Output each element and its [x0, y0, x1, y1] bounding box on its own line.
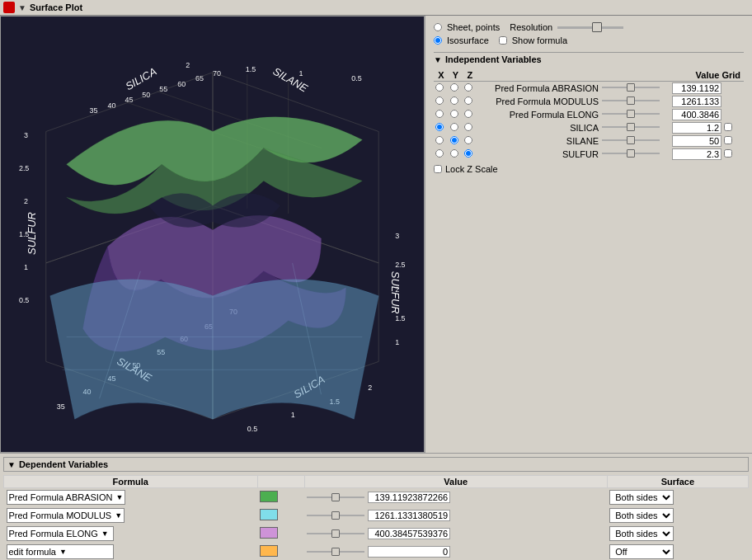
iv-checkbox-4[interactable]: [724, 136, 732, 144]
dv-formula-arrow-0: ▼: [115, 493, 123, 501]
svg-text:35: 35: [90, 106, 98, 115]
resolution-slider[interactable]: [557, 26, 623, 29]
dv-surface-select-1[interactable]: Both sidesFront sideBack sideOff: [609, 508, 674, 523]
svg-text:45: 45: [125, 96, 133, 104]
iv-arrow-icon: ▼: [434, 55, 442, 64]
dv-slider-0[interactable]: [307, 492, 364, 502]
iv-y-radio-4[interactable]: [450, 136, 458, 144]
view-controls: Sheet, points Resolution: [434, 22, 744, 32]
iv-y-radio-2[interactable]: [450, 110, 458, 118]
show-formula-checkbox[interactable]: [499, 36, 507, 45]
iv-z-radio-2[interactable]: [464, 110, 472, 118]
dv-surface-select-2[interactable]: Both sidesFront sideBack sideOff: [609, 526, 674, 541]
iv-z-radio-1[interactable]: [464, 96, 472, 105]
dv-surface-select-3[interactable]: Both sidesFront sideBack sideOff: [609, 544, 674, 559]
dv-surface-cell-0: Both sidesFront sideBack sideOff: [607, 488, 748, 507]
iv-label-4: SILANE: [477, 134, 600, 148]
svg-text:70: 70: [213, 69, 221, 78]
dv-row: Pred Formula ELONG ▼ 400.38457539376 Bot…: [4, 525, 749, 543]
dv-color-swatch-3: [260, 545, 278, 557]
dv-formula-label-2: Pred Formula ELONG: [9, 529, 98, 539]
dv-value-2: 400.38457539376: [368, 528, 450, 539]
iv-z-radio-5[interactable]: [464, 149, 472, 158]
svg-text:35: 35: [57, 402, 65, 411]
iv-checkbox-5[interactable]: [724, 149, 732, 158]
iv-row: Pred Formula MODULUS 1261.133: [434, 95, 744, 108]
iv-z-radio-4[interactable]: [464, 136, 472, 144]
dv-slider-2[interactable]: [307, 529, 364, 539]
iv-slider-1[interactable]: [602, 96, 660, 106]
svg-text:1: 1: [299, 69, 303, 78]
iv-y-radio-0[interactable]: [450, 83, 458, 92]
iv-z-cell-2: [463, 108, 477, 121]
iv-z-cell-0: [463, 82, 477, 96]
dv-row: edit formula ▼ 0 Both sidesFront sideBac…: [4, 543, 749, 560]
title-icon: [3, 2, 15, 13]
iv-z-radio-0[interactable]: [464, 83, 472, 92]
dv-formula-arrow-2: ▼: [101, 529, 109, 538]
iv-y-cell-0: [449, 82, 463, 96]
svg-text:2.5: 2.5: [395, 261, 405, 269]
iv-x-radio-1[interactable]: [435, 96, 444, 105]
dv-value-0: 139.11923872266: [368, 492, 450, 503]
iv-slider-2[interactable]: [602, 109, 660, 119]
dv-formula-dropdown-1[interactable]: Pred Formula MODULUS ▼: [7, 508, 125, 523]
iv-row: SILICA 1.2: [434, 121, 744, 134]
iv-x-radio-4[interactable]: [435, 136, 444, 144]
iv-title: Independent Variables: [445, 54, 542, 64]
dv-formula-label-3: edit formula: [9, 547, 56, 557]
iv-slider-0[interactable]: [602, 82, 660, 92]
iv-x-radio-5[interactable]: [435, 149, 444, 158]
isosurface-radio[interactable]: [434, 36, 442, 45]
iv-y-cell-4: [449, 134, 463, 148]
lock-z-checkbox[interactable]: [434, 165, 442, 173]
dv-col-surface: Surface: [607, 476, 748, 488]
dv-surface-cell-2: Both sidesFront sideBack sideOff: [607, 525, 748, 543]
col-z: Z: [463, 69, 477, 82]
iv-y-radio-1[interactable]: [450, 96, 458, 105]
iv-label-0: Pred Formula ABRASION: [477, 82, 600, 96]
lock-z-label: Lock Z Scale: [445, 164, 498, 174]
iv-z-cell-1: [463, 95, 477, 108]
iv-value-cell-0: 139.1192: [670, 82, 744, 96]
iv-x-cell-2: [434, 108, 449, 121]
iv-y-cell-1: [449, 95, 463, 108]
isosurface-controls: Isosurface Show formula: [434, 35, 744, 45]
iv-value-cell-4: 50: [670, 134, 744, 148]
col-y: Y: [449, 69, 463, 82]
lock-z-row: Lock Z Scale: [434, 164, 744, 174]
iv-y-radio-5[interactable]: [450, 149, 458, 158]
dv-formula-cell-3: edit formula ▼: [4, 543, 258, 560]
iv-x-radio-2[interactable]: [435, 110, 444, 118]
iv-z-radio-3[interactable]: [464, 123, 472, 131]
iv-slider-3[interactable]: [602, 122, 660, 132]
dv-arrow-icon: ▼: [7, 460, 16, 469]
sheet-points-radio[interactable]: [434, 23, 442, 31]
dv-slider-value-cell-2: 400.38457539376: [304, 525, 607, 543]
iv-slider-5[interactable]: [602, 148, 660, 158]
iv-label-5: SULFUR: [477, 148, 600, 161]
iv-y-radio-3[interactable]: [450, 123, 458, 131]
dv-formula-dropdown-2[interactable]: Pred Formula ELONG ▼: [7, 526, 114, 541]
iv-z-cell-3: [463, 121, 477, 134]
dv-formula-label-1: Pred Formula MODULUS: [9, 511, 112, 520]
iv-slider-4[interactable]: [602, 135, 660, 145]
iv-x-cell-4: [434, 134, 449, 148]
iv-checkbox-3[interactable]: [724, 123, 732, 131]
iv-value-cell-2: 400.3846: [670, 108, 744, 121]
dv-surface-select-0[interactable]: Both sidesFront sideBack sideOff: [609, 490, 674, 505]
svg-text:2.5: 2.5: [19, 164, 29, 172]
iv-value-3: 1.2: [672, 122, 721, 134]
svg-text:1.5: 1.5: [246, 65, 256, 73]
sheet-points-label: Sheet, points: [447, 22, 500, 32]
iv-x-radio-3[interactable]: [435, 123, 444, 131]
iv-slider-cell-3: [600, 121, 670, 134]
iv-row: Pred Formula ABRASION 139.1192: [434, 82, 744, 96]
iv-x-radio-0[interactable]: [435, 83, 444, 92]
iv-value-1: 1261.133: [672, 96, 721, 107]
dv-formula-dropdown-3[interactable]: edit formula ▼: [7, 544, 114, 559]
dv-slider-3[interactable]: [307, 547, 364, 557]
title-text: Surface Plot: [30, 2, 82, 12]
dv-slider-1[interactable]: [307, 511, 364, 520]
dv-formula-dropdown-0[interactable]: Pred Formula ABRASION ▼: [7, 490, 126, 505]
